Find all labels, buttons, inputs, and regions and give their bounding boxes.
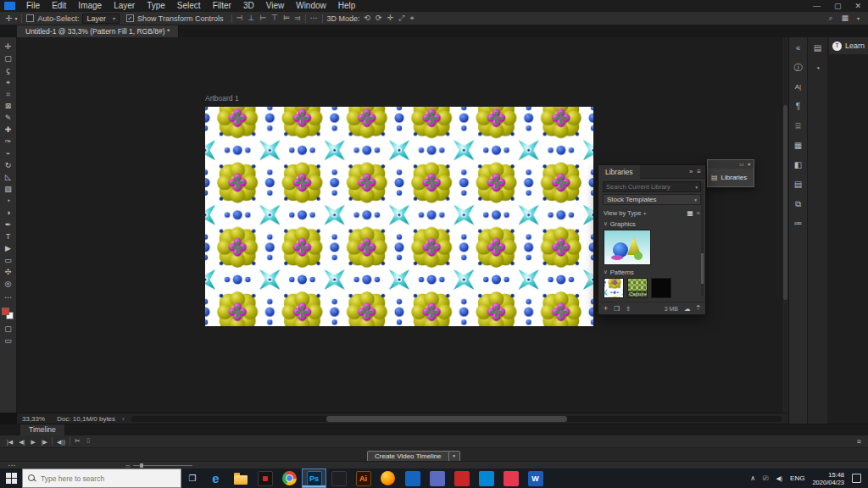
layers-panel-icon[interactable]: ⧉: [795, 197, 801, 212]
type-tool[interactable]: T: [6, 231, 11, 242]
horizontal-scrollbar-thumb[interactable]: [326, 416, 567, 422]
crop-tool[interactable]: ⌗: [6, 89, 10, 100]
next-frame-button[interactable]: |▶: [42, 439, 47, 445]
pattern-item-3[interactable]: [651, 278, 671, 298]
collapse-dock-icon[interactable]: «: [796, 41, 801, 56]
taskbar-app-media-player[interactable]: [253, 469, 277, 488]
paragraph-panel-icon[interactable]: ¶: [796, 99, 800, 114]
minimize-button[interactable]: —: [806, 0, 827, 12]
timeline-zoom-handle[interactable]: [140, 463, 143, 468]
taskbar-app-file-explorer[interactable]: [228, 469, 253, 488]
play-button[interactable]: ▶: [31, 439, 35, 445]
gradients-panel-icon[interactable]: ◧: [794, 158, 802, 173]
foreground-color-swatch[interactable]: [2, 308, 9, 315]
taskbar-app-word[interactable]: W: [523, 469, 548, 488]
auto-select-dropdown[interactable]: Layer ▾: [82, 14, 120, 24]
tray-chevron-icon[interactable]: ∧: [750, 474, 755, 482]
properties-panel-icon[interactable]: ≔: [794, 216, 803, 231]
learn-panel[interactable]: ⴶ Learn: [829, 37, 868, 54]
vertical-scrollbar-thumb[interactable]: [783, 105, 787, 300]
workspace-caret-icon[interactable]: ▾: [857, 16, 860, 21]
shape-tool[interactable]: ▭: [4, 255, 12, 266]
mini-maximize-icon[interactable]: ▭: [739, 162, 743, 167]
mini-close-icon[interactable]: ✕: [747, 162, 751, 167]
frame-tool[interactable]: ⊠: [5, 101, 12, 112]
menu-type[interactable]: Type: [141, 0, 171, 12]
timeline-tab[interactable]: Timeline: [20, 424, 64, 435]
split-clip-button[interactable]: ✂: [75, 438, 81, 445]
taskbar-app-lightblue[interactable]: [474, 469, 498, 488]
list-view-icon[interactable]: ≡: [697, 209, 700, 217]
taskbar-app-chrome[interactable]: [277, 469, 302, 488]
patterns-panel-icon[interactable]: ▤: [794, 177, 802, 192]
timeline-menu-icon[interactable]: ≡: [857, 438, 861, 446]
vertical-scrollbar[interactable]: [782, 37, 788, 413]
start-button[interactable]: [0, 469, 22, 488]
show-transform-checkbox[interactable]: ✓: [126, 14, 134, 22]
view-by-label[interactable]: View by Type: [604, 209, 641, 217]
collapse-panel-icon[interactable]: »: [689, 169, 693, 175]
options-search-icon[interactable]: ⌕: [828, 14, 832, 22]
tray-network-icon[interactable]: ⎚: [763, 474, 768, 483]
path-selection-tool[interactable]: ▶: [5, 243, 11, 254]
align-right-icon[interactable]: ⊢: [259, 14, 266, 22]
align-left-icon[interactable]: ⊣: [236, 14, 243, 22]
view-by-caret-icon[interactable]: ▾: [643, 211, 646, 216]
align-top-icon[interactable]: ⊤: [271, 14, 278, 22]
tray-language[interactable]: ENG: [790, 474, 804, 482]
brush-tool[interactable]: ✑: [5, 136, 12, 147]
taskbar-app-terminal[interactable]: [326, 469, 351, 488]
taskbar-app-firefox[interactable]: [376, 469, 400, 488]
info-panel-icon[interactable]: ⓘ: [794, 60, 803, 75]
action-center-icon[interactable]: [852, 474, 861, 483]
color-swatches[interactable]: [2, 308, 14, 320]
graphics-section-header[interactable]: ∨ Graphics: [598, 219, 705, 229]
task-view-button[interactable]: ❐: [181, 469, 203, 488]
sync-cloud-icon[interactable]: ☁: [684, 305, 691, 313]
menu-help[interactable]: Help: [332, 0, 362, 12]
panel-scrollbar-thumb[interactable]: [701, 253, 704, 284]
previous-frame-button[interactable]: ◀|: [19, 439, 25, 445]
new-group-icon[interactable]: ❐: [614, 305, 620, 313]
timeline-options-icon[interactable]: ▪ ▪ ▪: [8, 463, 15, 468]
maximize-button[interactable]: ▢: [827, 0, 849, 12]
tray-volume-icon[interactable]: ◀): [776, 475, 782, 482]
menu-image[interactable]: Image: [72, 0, 108, 12]
history-panel-icon[interactable]: ◔: [815, 61, 820, 76]
pattern-item-1[interactable]: [604, 278, 624, 298]
taskbar-app-blue[interactable]: [400, 469, 425, 488]
mute-audio-button[interactable]: ◀)): [57, 439, 65, 445]
taskbar-app-red[interactable]: [449, 469, 474, 488]
grid-view-icon[interactable]: ▦: [687, 209, 693, 217]
auto-select-checkbox[interactable]: [26, 14, 34, 22]
panel-menu-icon[interactable]: ≡: [697, 169, 701, 175]
menu-3d[interactable]: 3D: [237, 0, 260, 12]
add-element-icon[interactable]: +: [604, 304, 608, 313]
status-expand-icon[interactable]: ›: [122, 415, 125, 423]
workspace-switcher-icon[interactable]: ▦: [841, 14, 849, 22]
taskbar-app-edge[interactable]: e: [203, 469, 228, 488]
taskbar-app-indigo[interactable]: [425, 469, 449, 488]
distribute-v-icon[interactable]: ⫤: [295, 14, 301, 22]
marquee-tool[interactable]: ▢: [4, 53, 12, 64]
menu-window[interactable]: Window: [290, 0, 332, 12]
zoom-level[interactable]: 33,33%: [22, 415, 45, 423]
search-scope-caret-icon[interactable]: ▾: [695, 185, 698, 190]
patterns-section-header[interactable]: ∨ Patterns: [598, 267, 705, 277]
tray-clock[interactable]: 15:48 2020/04/23: [812, 471, 844, 486]
edit-toolbar-icon[interactable]: ⋯: [4, 292, 12, 303]
distribute-h-icon[interactable]: ⊨: [283, 14, 290, 22]
pen-tool[interactable]: ✒: [5, 219, 12, 230]
artboard[interactable]: [205, 107, 593, 326]
3d-rotate-icon[interactable]: ⟲: [364, 14, 371, 22]
glyphs-panel-icon[interactable]: ⌸: [796, 119, 801, 134]
blur-tool[interactable]: ◔: [6, 196, 10, 207]
swatches-panel-icon[interactable]: ▦: [794, 138, 802, 153]
libraries-search-input[interactable]: [606, 183, 695, 191]
close-button[interactable]: ✕: [848, 0, 868, 12]
floating-libraries-window[interactable]: ▭ ✕ ▤ Libraries: [707, 159, 754, 187]
timeline-zoom-slider[interactable]: ▭: [125, 463, 192, 469]
taskbar-app-crimson[interactable]: [498, 469, 523, 488]
menu-file[interactable]: File: [20, 0, 46, 12]
3d-roll-icon[interactable]: ⟳: [376, 14, 382, 22]
